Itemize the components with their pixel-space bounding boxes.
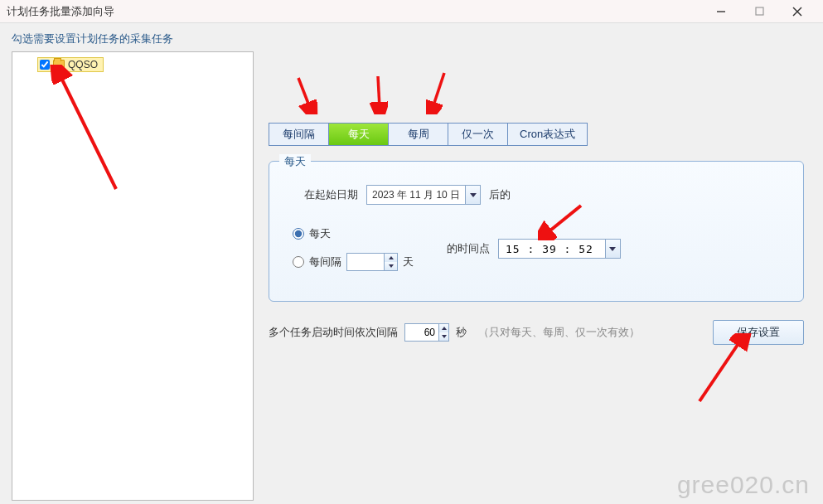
svg-line-9 — [700, 340, 741, 401]
chevron-down-icon — [442, 335, 447, 338]
watermark: gree020.cn — [677, 471, 810, 499]
time-label: 的时间点 — [447, 241, 490, 256]
start-date-value: 2023 年 11 月 10 日 — [372, 188, 465, 202]
spin-down-button[interactable] — [385, 262, 397, 270]
tab-weekly[interactable]: 每周 — [389, 124, 448, 145]
window-controls — [702, 1, 816, 22]
save-button[interactable]: 保存设置 — [713, 320, 804, 345]
time-picker[interactable]: 15 : 39 : 52 — [498, 239, 621, 259]
subtitle: 勾选需要设置计划任务的采集任务 — [12, 32, 811, 46]
task-tree-panel[interactable]: QQSO — [12, 51, 254, 501]
radio-interval[interactable]: 每间隔 天 — [293, 253, 414, 271]
interval-days-field[interactable] — [346, 253, 398, 271]
chevron-down-icon — [470, 193, 477, 197]
annotation-arrow — [426, 70, 451, 114]
svg-line-7 — [433, 73, 444, 108]
tree-item[interactable]: QQSO — [37, 57, 104, 72]
start-date-label: 在起始日期 — [304, 187, 358, 202]
minimize-button[interactable] — [702, 1, 740, 22]
time-value: 15 : 39 : 52 — [506, 243, 593, 255]
svg-line-8 — [546, 206, 581, 234]
svg-rect-1 — [756, 7, 763, 15]
schedule-tabs: 每间隔 每天 每周 仅一次 Cron表达式 — [269, 123, 588, 146]
radio-interval-label: 每间隔 — [309, 254, 341, 269]
panel-legend: 每天 — [279, 154, 311, 169]
tab-once[interactable]: 仅一次 — [448, 124, 508, 145]
interval-days-input[interactable] — [347, 254, 384, 270]
spin-down-button[interactable] — [439, 332, 448, 341]
radio-daily[interactable]: 每天 — [293, 226, 414, 241]
bottom-row: 多个任务启动时间依次间隔 秒 （只对每天、每周、仅一次有效） 保存设置 — [269, 320, 804, 345]
maximize-button[interactable] — [740, 1, 778, 22]
stagger-label: 多个任务启动时间依次间隔 — [269, 325, 398, 340]
stagger-seconds-input[interactable] — [405, 324, 438, 341]
radio-interval-input[interactable] — [293, 256, 304, 268]
time-dropdown-button[interactable] — [605, 240, 620, 258]
spin-up-button[interactable] — [439, 324, 448, 332]
start-date-picker[interactable]: 2023 年 11 月 10 日 — [366, 185, 481, 205]
chevron-up-icon — [442, 327, 447, 330]
stagger-hint: （只对每天、每周、仅一次有效） — [478, 325, 640, 340]
tree-item-checkbox[interactable] — [40, 60, 50, 70]
radio-daily-label: 每天 — [309, 226, 331, 241]
tab-daily[interactable]: 每天 — [329, 124, 389, 145]
schedule-config-area: 每间隔 每天 每周 仅一次 Cron表达式 每天 在起始日期 2023 年 11… — [269, 51, 811, 345]
window-title: 计划任务批量添加向导 — [7, 4, 702, 19]
svg-line-6 — [378, 76, 380, 108]
svg-line-5 — [298, 78, 310, 108]
chevron-up-icon — [389, 256, 394, 259]
stagger-unit: 秒 — [456, 325, 467, 340]
folder-icon — [53, 60, 65, 70]
daily-settings-panel: 每天 在起始日期 2023 年 11 月 10 日 后的 每天 — [269, 161, 804, 302]
radio-daily-input[interactable] — [293, 228, 304, 240]
tab-cron[interactable]: Cron表达式 — [508, 124, 587, 145]
close-button[interactable] — [778, 1, 816, 22]
interval-unit-label: 天 — [403, 254, 414, 269]
tab-interval[interactable]: 每间隔 — [269, 124, 329, 145]
content-area: 勾选需要设置计划任务的采集任务 QQSO — [0, 23, 823, 504]
date-dropdown-button[interactable] — [465, 186, 480, 204]
chevron-down-icon — [609, 247, 616, 251]
annotation-arrow — [370, 73, 390, 114]
tree-item-label: QQSO — [68, 59, 98, 70]
after-label: 后的 — [489, 187, 511, 202]
annotation-arrow — [50, 65, 124, 197]
stagger-seconds-field[interactable] — [404, 323, 449, 342]
svg-line-4 — [60, 75, 116, 189]
titlebar: 计划任务批量添加向导 — [0, 0, 823, 23]
chevron-down-icon — [389, 264, 394, 268]
spin-up-button[interactable] — [385, 254, 397, 262]
annotation-arrow — [538, 202, 588, 240]
annotation-arrow — [293, 73, 318, 114]
